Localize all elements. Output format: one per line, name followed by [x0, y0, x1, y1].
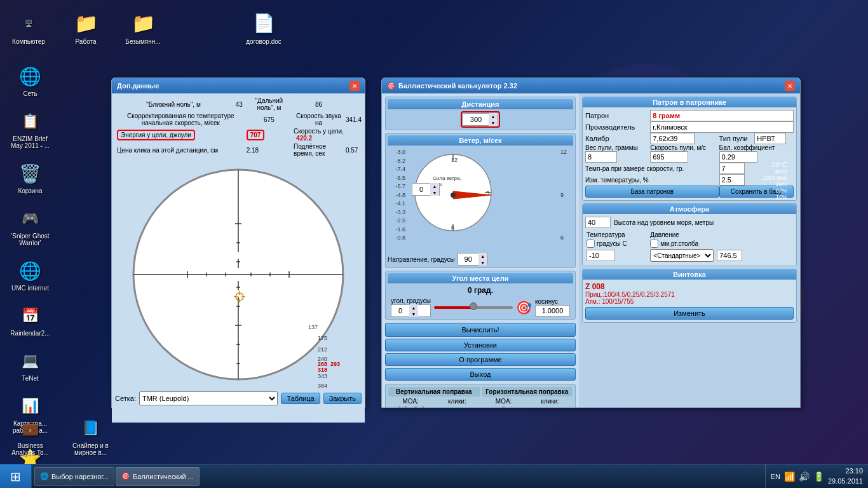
- add-data-close-btn[interactable]: ✕: [349, 81, 360, 91]
- patron-db-btn[interactable]: База патронов: [585, 186, 719, 198]
- atm-height-input[interactable]: [585, 217, 611, 228]
- angle-slider[interactable]: [434, 306, 513, 309]
- clicks-label-h: клики:: [528, 398, 573, 405]
- temp-change-input[interactable]: [719, 174, 745, 186]
- wind-force-down[interactable]: ▼: [430, 189, 439, 196]
- desktop-icon-kompyuter[interactable]: 🖥️ Компьютер: [6, 10, 51, 45]
- top-desktop-icons-2: 📄 договор.doc: [241, 10, 286, 45]
- desktop-icon-rainlendar[interactable]: 📅 Rainlendar2...: [6, 303, 54, 337]
- temp-input[interactable]: [719, 163, 745, 174]
- cosine-input[interactable]: [535, 305, 570, 316]
- bal-input[interactable]: [719, 151, 757, 163]
- rifle-body: Z 008 Приц.:100/4.5/0.25/0.25/3.2571 Атм…: [583, 280, 796, 322]
- sound-val: 341.4: [346, 112, 362, 127]
- atm-temp-label: Температура: [587, 231, 649, 238]
- speed2-input[interactable]: [650, 151, 688, 163]
- wind-dir-up[interactable]: ▲: [478, 253, 487, 259]
- desktop-icon-umc[interactable]: 🌐 UMC internet: [6, 258, 54, 292]
- rifle-name: Z 008: [585, 282, 794, 291]
- bullet-type-label: Тип пули: [719, 133, 755, 144]
- weather-condition: ясно: [763, 168, 787, 175]
- target-icon: 🎯: [516, 300, 532, 315]
- caliber-label: Калибр: [585, 133, 650, 144]
- wind-force-up[interactable]: ▲: [430, 183, 439, 189]
- taskbar-items: 🌐 Выбор нарезног... 🎯 Баллистический ...: [32, 464, 765, 488]
- desktop-icon-enzim[interactable]: 📋 ENZIM Brief May 2011 - ...: [6, 109, 54, 149]
- desktop-icon-unnamed[interactable]: 📁 Безымянн...: [121, 10, 165, 45]
- patron-input[interactable]: [650, 110, 794, 121]
- word-doc-icon: 📄: [250, 10, 277, 36]
- angle-input[interactable]: [391, 305, 409, 316]
- celsius-checkbox[interactable]: [587, 240, 595, 248]
- reticle-num-212: 212: [318, 346, 327, 353]
- desktop-icon-sniper[interactable]: 🎮 'Sniper Ghost Warrior': [6, 206, 54, 247]
- taskbar-item-vybor[interactable]: 🌐 Выбор нарезног...: [34, 467, 114, 486]
- atm-table: Температура Давление градусы С: [585, 230, 794, 263]
- distance-spin[interactable]: ▲ ▼: [463, 113, 498, 126]
- wind-force-input[interactable]: [412, 184, 430, 195]
- atm-pressure-select[interactable]: <Стандартные>: [650, 249, 714, 262]
- desktop-icon-dogovor[interactable]: 📄 договор.doc: [241, 10, 286, 45]
- svg-point-35: [451, 193, 456, 198]
- add-data-title-bar: Доп.данные ✕: [112, 78, 365, 93]
- desktop-icon-korzina[interactable]: 🗑️ Корзина: [6, 161, 54, 194]
- atm-temp-input[interactable]: [587, 250, 615, 261]
- desktop-icon-rabota[interactable]: 📁 Работа: [64, 10, 108, 45]
- atm-height-label: Высота над уровнем моря, метры: [614, 219, 714, 226]
- correction-labels: MOA: клики: MOA: клики:: [388, 398, 573, 405]
- energy-val: 707: [247, 130, 265, 140]
- start-icon: ⊞: [10, 469, 21, 484]
- desktop-icon-tenet[interactable]: 💻 ТеNet: [6, 348, 54, 382]
- desktop-icon-business[interactable]: 💼 Business Analysis To...: [6, 416, 54, 456]
- atm-pressure-input[interactable]: [717, 250, 742, 261]
- start-button[interactable]: ⊞: [0, 464, 32, 489]
- bullet-type-input[interactable]: [754, 133, 786, 144]
- angle-down-btn[interactable]: ▼: [409, 311, 418, 317]
- reticle-select[interactable]: TMR (Leupold): [139, 391, 278, 405]
- speed-label: Скорректированная по температуре начальн…: [115, 112, 247, 127]
- calculate-btn[interactable]: Вычислить!: [385, 323, 576, 337]
- svg-text:12: 12: [451, 157, 458, 163]
- wind-force-spin[interactable]: ▲ ▼: [412, 183, 440, 196]
- atm-section: Атмосфера Высота над уровнем моря, метры…: [582, 203, 797, 266]
- patron-header: Патрон в патроннике: [583, 97, 796, 107]
- settings-btn[interactable]: Установки: [385, 339, 576, 351]
- desktop-icon-set[interactable]: 🌐 Сеть: [6, 64, 54, 97]
- ballistic-content: Дистанция ▲ ▼: [382, 93, 800, 407]
- mmhg-checkbox[interactable]: [650, 240, 658, 248]
- reticle-controls: Сетка: TMR (Leupold) Таблица Закрыть: [115, 391, 362, 405]
- exit-btn[interactable]: Выход: [385, 368, 576, 381]
- computer-icon: 🖥️: [15, 10, 42, 36]
- rifle-section: Винтовка Z 008 Приц.:100/4.5/0.25/0.25/3…: [582, 269, 797, 323]
- angle-spin[interactable]: ▲ ▼: [391, 304, 431, 317]
- wind-direction-input[interactable]: [458, 254, 478, 265]
- caliber-input[interactable]: [650, 133, 695, 144]
- vert-corr-header: Вертикальная поправка: [388, 387, 480, 396]
- taskbar-item-ballistic[interactable]: 🎯 Баллистический ...: [116, 467, 200, 486]
- ballistic-title: Баллистический калькулятор 2.32: [398, 82, 517, 90]
- distance-input[interactable]: [463, 114, 489, 125]
- tray-battery-icon: 🔋: [813, 471, 824, 482]
- speed-val: 675: [247, 112, 292, 127]
- close-btn2[interactable]: Закрыть: [323, 393, 362, 404]
- angle-controls: угол, градусы ▲ ▼: [388, 297, 573, 317]
- angle-up-btn[interactable]: ▲: [409, 304, 418, 311]
- change-btn[interactable]: Изменить: [585, 307, 794, 320]
- maker-input[interactable]: [650, 121, 794, 133]
- mmhg-label: мм.рт.столба: [650, 240, 792, 248]
- table-btn[interactable]: Таблица: [281, 393, 320, 404]
- weather-extra: 1015.9мб2м/с68%10%: [763, 175, 787, 200]
- desktop-icon-snayper[interactable]: 📘 Снайпер и в мирное в...: [67, 416, 114, 456]
- wind-direction-spin[interactable]: ▲ ▼: [458, 253, 488, 266]
- ballistic-close-btn[interactable]: ✕: [785, 81, 795, 91]
- distance-down-btn[interactable]: ▼: [489, 119, 498, 126]
- weight-label: Вес пули, граммы: [585, 144, 650, 151]
- rifle-atm-params: Атм.: 100/15/755: [585, 298, 794, 305]
- about-btn[interactable]: О программе: [385, 353, 576, 366]
- wind-dir-down[interactable]: ▼: [478, 259, 487, 266]
- svg-text:6: 6: [451, 224, 454, 231]
- angle-slider-thumb[interactable]: [470, 302, 477, 310]
- distance-up-btn[interactable]: ▲: [489, 113, 498, 119]
- weight-input[interactable]: [585, 151, 617, 163]
- atm-body: Высота над уровнем моря, метры Температу…: [583, 214, 796, 266]
